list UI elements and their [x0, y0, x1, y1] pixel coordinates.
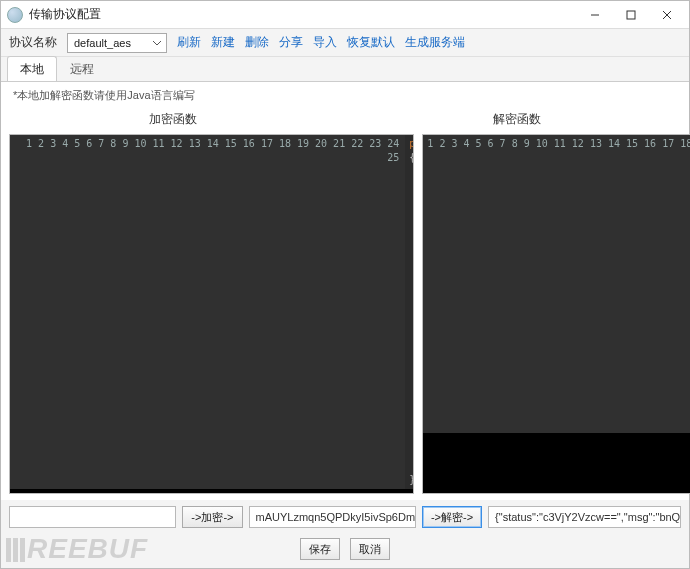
titlebar: 传输协议配置	[1, 1, 689, 29]
chevron-down-icon	[152, 37, 162, 49]
minimize-icon	[590, 10, 600, 20]
tabs: 本地 远程	[1, 57, 689, 81]
save-button[interactable]: 保存	[300, 538, 340, 560]
decrypt-header: 解密函数	[345, 111, 689, 128]
protocol-label: 协议名称	[9, 34, 57, 51]
svg-rect-1	[627, 11, 635, 19]
io-bar: ->加密-> mAUYLzmqn5QPDkyI5ivSp6DmrC24FW39 …	[1, 500, 689, 534]
encrypt-blank	[10, 489, 413, 493]
new-link[interactable]: 新建	[211, 34, 235, 51]
gencode-link[interactable]: 生成服务端	[405, 34, 465, 51]
tab-local[interactable]: 本地	[7, 56, 57, 81]
close-icon	[662, 10, 672, 20]
restore-link[interactable]: 恢复默认	[347, 34, 395, 51]
decrypt-blank	[423, 433, 690, 493]
protocol-value: default_aes	[74, 37, 131, 49]
encrypt-code[interactable]: private byte[] Encrypt(byte[] data) thro…	[405, 135, 413, 489]
pane-headers: 加密函数 解密函数	[1, 107, 689, 134]
cancel-button[interactable]: 取消	[350, 538, 390, 560]
encrypt-button[interactable]: ->加密->	[182, 506, 242, 528]
maximize-icon	[626, 10, 636, 20]
import-link[interactable]: 导入	[313, 34, 337, 51]
encrypt-pane: 1 2 3 4 5 6 7 8 9 10 11 12 13 14 15 16 1…	[9, 134, 414, 494]
decrypt-pane: 1 2 3 4 5 6 7 8 9 10 11 12 13 14 15 16 1…	[422, 134, 690, 494]
decrypt-gutter: 1 2 3 4 5 6 7 8 9 10 11 12 13 14 15 16 1…	[423, 135, 690, 433]
tab-remote[interactable]: 远程	[57, 56, 107, 81]
footer: 保存 取消	[1, 534, 689, 568]
app-icon	[7, 7, 23, 23]
decrypt-output[interactable]: {"status":"c3VjY2Vzcw==","msg":"bnQgYXV	[488, 506, 681, 528]
cipher-output[interactable]: mAUYLzmqn5QPDkyI5ivSp6DmrC24FW39	[249, 506, 416, 528]
toolbar: 协议名称 default_aes 刷新 新建 删除 分享 导入 恢复默认 生成服…	[1, 29, 689, 57]
close-button[interactable]	[649, 1, 685, 28]
protocol-select[interactable]: default_aes	[67, 33, 167, 53]
plain-input[interactable]	[9, 506, 176, 528]
editors: 1 2 3 4 5 6 7 8 9 10 11 12 13 14 15 16 1…	[1, 134, 689, 500]
window: 传输协议配置 协议名称 default_aes 刷新 新建 删除 分享 导入 恢…	[0, 0, 690, 569]
maximize-button[interactable]	[613, 1, 649, 28]
decrypt-button[interactable]: ->解密->	[422, 506, 482, 528]
delete-link[interactable]: 删除	[245, 34, 269, 51]
hint-text: *本地加解密函数请使用Java语言编写	[1, 82, 689, 107]
window-title: 传输协议配置	[29, 6, 101, 23]
encrypt-gutter: 1 2 3 4 5 6 7 8 9 10 11 12 13 14 15 16 1…	[10, 135, 405, 489]
encrypt-header: 加密函数	[1, 111, 345, 128]
share-link[interactable]: 分享	[279, 34, 303, 51]
minimize-button[interactable]	[577, 1, 613, 28]
refresh-link[interactable]: 刷新	[177, 34, 201, 51]
